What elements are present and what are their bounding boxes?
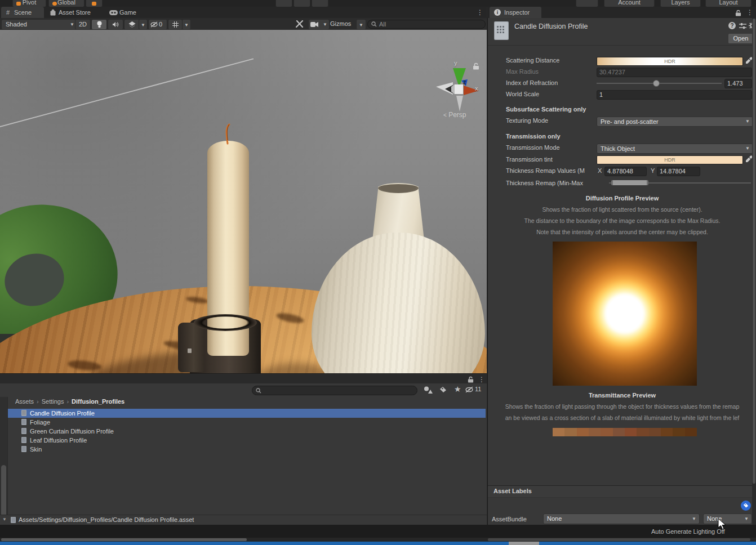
transmittance-segment bbox=[564, 428, 576, 436]
tab-scene[interactable]: # Scene bbox=[1, 7, 44, 18]
inspector-menu-dots[interactable]: ⋮ bbox=[746, 7, 753, 17]
transmission-tint-color-field[interactable]: HDR bbox=[597, 155, 743, 164]
snap-button[interactable] bbox=[86, 0, 103, 7]
global-icon bbox=[52, 2, 57, 6]
tools-button[interactable] bbox=[293, 19, 306, 29]
pause-button[interactable] bbox=[293, 0, 310, 7]
transmission-mode-dropdown[interactable]: Thick Object▼ bbox=[597, 144, 753, 154]
perspective-label[interactable]: < Persp bbox=[443, 111, 466, 119]
max-radius-field: 30.47237 bbox=[597, 68, 752, 77]
thickness-minmax-range[interactable] bbox=[611, 180, 648, 185]
eye-off-icon bbox=[150, 21, 158, 28]
scene-toolbar: Shaded ▼ 2D ▼ 0 ▼ ▼ Gizmos ▼ All bbox=[0, 18, 487, 30]
account-button[interactable]: Account bbox=[604, 0, 655, 7]
inspector-lock-icon[interactable] bbox=[735, 10, 741, 16]
global-button[interactable]: Global bbox=[48, 0, 85, 7]
breadcrumb-diffusion-profiles[interactable]: Diffusion_Profiles bbox=[72, 398, 124, 405]
scene-menu-dots[interactable]: ⋮ bbox=[477, 7, 483, 17]
transmittance-preview-title: Transmittance Preview bbox=[488, 392, 756, 399]
filter-by-label-icon[interactable] bbox=[439, 386, 447, 394]
eye-off-icon[interactable] bbox=[465, 386, 473, 393]
camera-dropdown[interactable]: ▼ bbox=[308, 19, 330, 30]
project-item[interactable]: Green Curtain Diffusion Profile bbox=[8, 427, 486, 436]
project-item[interactable]: Leaf Diffusion Profile bbox=[8, 436, 486, 445]
open-button[interactable]: Open bbox=[728, 33, 754, 44]
help-icon[interactable]: ? bbox=[728, 22, 736, 29]
selected-asset-path-bar: ▼ Assets/Settings/Diffusion_Profiles/Can… bbox=[0, 515, 487, 525]
grid-toggle[interactable] bbox=[168, 19, 183, 30]
asset-labels-header-bar[interactable]: Asset Labels bbox=[488, 485, 756, 498]
scene-visibility-toggle[interactable]: 0 bbox=[148, 19, 167, 30]
2d-toggle[interactable]: 2D bbox=[75, 19, 91, 30]
hscroll-thumb[interactable] bbox=[1, 538, 247, 541]
project-item[interactable]: Foliage bbox=[8, 418, 486, 427]
texturing-mode-label: Texturing Mode bbox=[506, 117, 548, 124]
thickness-x-field[interactable]: 4.878048 bbox=[604, 167, 647, 176]
tab-game[interactable]: Game bbox=[108, 7, 142, 18]
texturing-mode-dropdown[interactable]: Pre- and post-scatter▼ bbox=[597, 117, 753, 127]
gizmos-caret[interactable]: ▼ bbox=[356, 19, 366, 30]
search-icon bbox=[256, 388, 261, 394]
x-label: X bbox=[598, 167, 602, 174]
gizmos-dropdown[interactable]: Gizmos bbox=[330, 19, 356, 29]
favorites-star-icon[interactable]: ★ bbox=[454, 385, 461, 394]
transmission-only-header: Transmission only bbox=[506, 133, 561, 140]
audio-toggle[interactable] bbox=[108, 19, 123, 30]
asset-file-icon bbox=[11, 517, 16, 523]
ior-value-field[interactable]: 1.473 bbox=[724, 79, 752, 88]
transmission-mode-label: Transmission Mode bbox=[506, 144, 560, 151]
breadcrumb-assets[interactable]: Assets bbox=[15, 398, 34, 405]
filter-by-type-icon[interactable] bbox=[424, 386, 433, 394]
thickness-remap-values-label: Thickness Remap Values (M bbox=[506, 167, 596, 174]
draw-mode-dropdown[interactable]: Shaded ▼ bbox=[1, 19, 78, 30]
play-button[interactable] bbox=[275, 0, 292, 7]
pivot-button[interactable]: Pivot bbox=[12, 0, 46, 7]
vase-mouth bbox=[378, 183, 419, 193]
project-item[interactable]: Candle Diffusion Profile bbox=[8, 409, 486, 418]
project-vscrollbar[interactable] bbox=[0, 397, 8, 525]
inspector-scroll-thumb[interactable] bbox=[753, 19, 755, 484]
transmittance-segment bbox=[637, 428, 648, 436]
tab-inspector[interactable]: i Inspector bbox=[490, 7, 541, 18]
ior-slider-knob[interactable] bbox=[653, 80, 660, 87]
thickness-y-field[interactable]: 14.87804 bbox=[657, 167, 700, 176]
scene-viewport[interactable]: y x z < Persp bbox=[0, 30, 487, 373]
effects-dropdown[interactable]: ▼ bbox=[139, 19, 148, 30]
layout-button[interactable]: Layout bbox=[705, 0, 751, 7]
scattering-distance-color-field[interactable]: HDR bbox=[597, 57, 743, 66]
max-radius-label: Max Radius bbox=[506, 68, 539, 75]
world-scale-field[interactable]: 1 bbox=[597, 90, 752, 100]
auto-generate-lighting-status[interactable]: Auto Generate Lighting Off bbox=[651, 528, 725, 535]
scene-tabbar: # Scene Asset Store Game ⋮ bbox=[0, 7, 487, 19]
scene-search-input[interactable]: All bbox=[367, 20, 486, 29]
hscroll-thumb-right[interactable] bbox=[488, 538, 750, 541]
pivot-icon bbox=[16, 2, 21, 6]
cloud-button[interactable] bbox=[576, 0, 598, 7]
scene-geometry-line bbox=[0, 58, 254, 128]
scene-grid-icon: # bbox=[6, 7, 10, 18]
transmittance-segment bbox=[649, 428, 661, 436]
inspector-scrollbar[interactable] bbox=[752, 18, 756, 525]
grid-dropdown[interactable]: ▼ bbox=[182, 19, 191, 30]
scroll-down-icon[interactable]: ▼ bbox=[2, 517, 7, 522]
wrench-icon bbox=[296, 20, 304, 28]
thickness-remap-minmax-label: Thickness Remap (Min-Max bbox=[506, 180, 606, 186]
tab-asset-store[interactable]: Asset Store bbox=[47, 7, 104, 18]
add-label-button[interactable] bbox=[741, 501, 751, 511]
project-search-input[interactable] bbox=[252, 386, 417, 395]
effects-toggle[interactable] bbox=[124, 19, 140, 30]
assetbundle-label: AssetBundle bbox=[492, 516, 527, 522]
assetbundle-dropdown[interactable]: None▼ bbox=[543, 513, 700, 524]
horizontal-scrollbar[interactable] bbox=[0, 538, 756, 542]
subsurface-scattering-header: Subsurface Scattering only bbox=[506, 106, 586, 113]
project-item[interactable]: Skin bbox=[8, 445, 486, 454]
step-button[interactable] bbox=[312, 0, 328, 7]
presets-icon[interactable] bbox=[739, 23, 746, 29]
breadcrumb-settings[interactable]: Settings bbox=[42, 398, 64, 405]
layers-button[interactable]: Layers bbox=[660, 0, 701, 7]
lighting-toggle[interactable] bbox=[91, 19, 107, 30]
inspector-tabbar: i Inspector ⋮ bbox=[487, 7, 756, 19]
assetbundle-variant-dropdown[interactable]: None▼ bbox=[703, 513, 752, 524]
gizmo-lock-icon[interactable] bbox=[473, 62, 479, 70]
project-lock-icon[interactable] bbox=[468, 376, 474, 383]
